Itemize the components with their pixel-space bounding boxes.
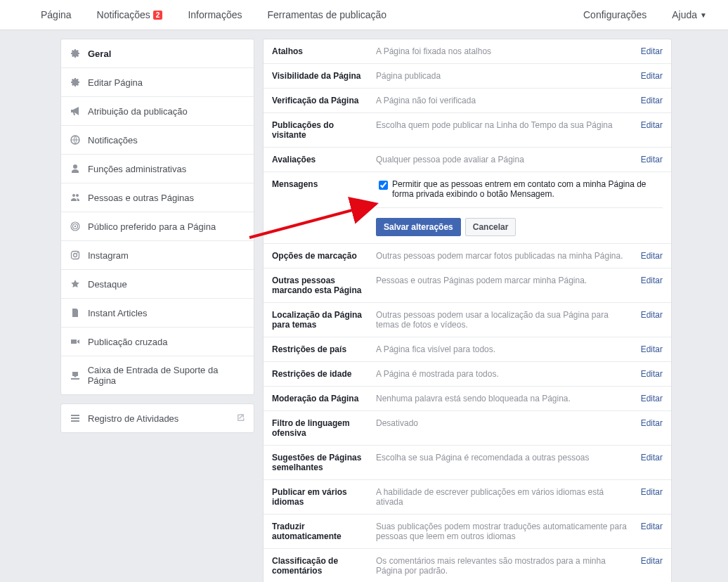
edit-link[interactable]: Editar [641,487,663,507]
main-container: GeralEditar PáginaAtribuição da publicaç… [60,39,672,582]
people-icon [70,192,81,203]
sidebar-item-7[interactable]: Instagram [61,241,254,270]
sidebar-item-label: Editar Página [88,77,143,88]
setting-label: Restrições de idade [272,369,376,379]
edit-link[interactable]: Editar [641,120,663,140]
settings-panel: AtalhosA Página foi fixada nos atalhosEd… [263,39,672,582]
sidebar-item-activity-log[interactable]: Registro de Atividades [61,404,254,432]
edit-link[interactable]: Editar [641,46,663,56]
messages-buttons: Salvar alteraçõesCancelar [376,218,663,236]
setting-desc: Página publicada [376,71,632,81]
sidebar-item-6[interactable]: Público preferido para a Página [61,212,254,241]
setting-row-b-3: Restrições de paísA Página fica visível … [264,337,671,362]
sidebar: GeralEditar PáginaAtribuição da publicaç… [60,39,254,582]
setting-desc: A habilidade de escrever publicações em … [376,487,632,507]
messages-checkbox-label: Permitir que as pessoas entrem em contat… [392,179,663,199]
nav-pagina[interactable]: Página [28,1,84,29]
edit-link[interactable]: Editar [641,522,663,541]
nav-label: Ferramentas de publicação [267,9,386,20]
sidebar-item-label: Publicação cruzada [88,337,167,347]
nav-label: Configurações [583,9,646,20]
nav-ajuda[interactable]: Ajuda ▼ [659,1,720,29]
edit-link[interactable]: Editar [641,369,663,379]
setting-desc: A Página foi fixada nos atalhos [376,46,632,56]
sidebar-item-0[interactable]: Geral [61,39,254,68]
sidebar-item-5[interactable]: Pessoas e outras Páginas [61,183,254,212]
setting-desc: A Página não foi verificada [376,96,632,105]
nav-label: Página [41,9,72,20]
sidebar-menu: GeralEditar PáginaAtribuição da publicaç… [60,39,254,395]
edit-link[interactable]: Editar [641,394,663,403]
setting-row-mensagens: MensagensPermitir que as pessoas entrem … [264,172,671,244]
sidebar-item-9[interactable]: Instant Articles [61,299,254,328]
messages-checkbox[interactable] [379,181,388,190]
setting-row-a-4: AvaliaçõesQualquer pessoa pode avaliar a… [264,148,671,172]
setting-label: Publicar em vários idiomas [272,487,376,507]
sidebar-item-8[interactable]: Destaque [61,270,254,299]
edit-link[interactable]: Editar [641,96,663,105]
sidebar-item-11[interactable]: Caixa de Entrada de Suporte da Página [61,356,254,394]
setting-label: Moderação da Página [272,394,376,403]
setting-desc: Suas publicações podem mostrar traduções… [376,522,632,541]
external-icon [237,413,245,424]
edit-link[interactable]: Editar [641,310,663,330]
nav-notificacoes[interactable]: Notificações 2 [84,1,176,29]
setting-label: Localização da Página para temas [272,310,376,330]
video-icon [70,336,81,347]
sidebar-item-label: Destaque [88,279,127,290]
nav-right: Configurações Ajuda ▼ [571,1,720,29]
sidebar-item-10[interactable]: Publicação cruzada [61,328,254,356]
edit-link[interactable]: Editar [641,71,663,81]
setting-label: Opções de marcação [272,251,376,261]
sidebar-item-label: Notificações [88,135,138,146]
edit-link[interactable]: Editar [641,344,663,354]
megaphone-icon [70,105,81,117]
sidebar-item-label: Pessoas e outras Páginas [88,193,194,203]
sidebar-item-4[interactable]: Funções administrativas [61,155,254,183]
edit-link[interactable]: Editar [641,418,663,438]
sidebar-item-label: Geral [88,48,111,59]
sidebar-item-1[interactable]: Editar Página [61,68,254,97]
setting-desc: Desativado [376,418,632,438]
gear-icon [70,48,81,59]
messages-checkbox-row[interactable]: Permitir que as pessoas entrem em contat… [376,179,663,208]
edit-link[interactable]: Editar [641,556,663,576]
setting-label: Mensagens [272,179,376,236]
edit-link[interactable]: Editar [641,155,663,164]
sidebar-item-label: Registro de Atividades [88,413,178,424]
nav-label: Notificações [97,9,150,20]
cancel-button[interactable]: Cancelar [465,218,516,236]
sidebar-activity-box: Registro de Atividades [60,403,254,433]
nav-label: Ajuda [672,9,697,20]
edit-link[interactable]: Editar [641,276,663,295]
nav-ferramentas[interactable]: Ferramentas de publicação [254,1,399,29]
setting-row-b-6: Filtro de linguagem ofensivaDesativadoEd… [264,411,671,446]
svg-point-3 [74,226,76,227]
setting-desc: A Página é mostrada para todos. [376,369,632,379]
setting-label: Sugestões de Páginas semelhantes [272,453,376,472]
star-icon [70,278,81,290]
setting-desc: Outras pessoas podem usar a localização … [376,310,632,330]
sidebar-item-2[interactable]: Atribuição da publicação [61,97,254,126]
svg-point-6 [77,252,79,254]
edit-link[interactable]: Editar [641,453,663,472]
setting-row-a-3: Publicações do visitanteEscolha quem pod… [264,113,671,148]
target-icon [70,221,81,232]
setting-desc: Escolha se sua Página é recomendada a ou… [376,453,632,472]
nav-configuracoes[interactable]: Configurações [571,1,659,29]
save-button[interactable]: Salvar alterações [376,218,461,236]
setting-row-b-10: Classificação de comentáriosOs comentári… [264,549,671,582]
setting-label: Atalhos [272,46,376,56]
edit-link[interactable]: Editar [641,251,663,261]
setting-desc: Escolha quem pode publicar na Linha do T… [376,120,632,140]
setting-label: Restrições de país [272,344,376,354]
nav-informacoes[interactable]: Informações [175,1,254,29]
sidebar-item-label: Caixa de Entrada de Suporte da Página [88,365,245,386]
sidebar-item-label: Instant Articles [88,308,148,318]
sidebar-item-3[interactable]: Notificações [61,126,254,155]
setting-row-a-0: AtalhosA Página foi fixada nos atalhosEd… [264,39,671,64]
sidebar-item-label: Público preferido para a Página [88,221,216,232]
setting-desc: Nenhuma palavra está sendo bloqueada na … [376,394,632,403]
setting-desc: Os comentários mais relevantes são mostr… [376,556,632,576]
page-icon [70,307,81,318]
